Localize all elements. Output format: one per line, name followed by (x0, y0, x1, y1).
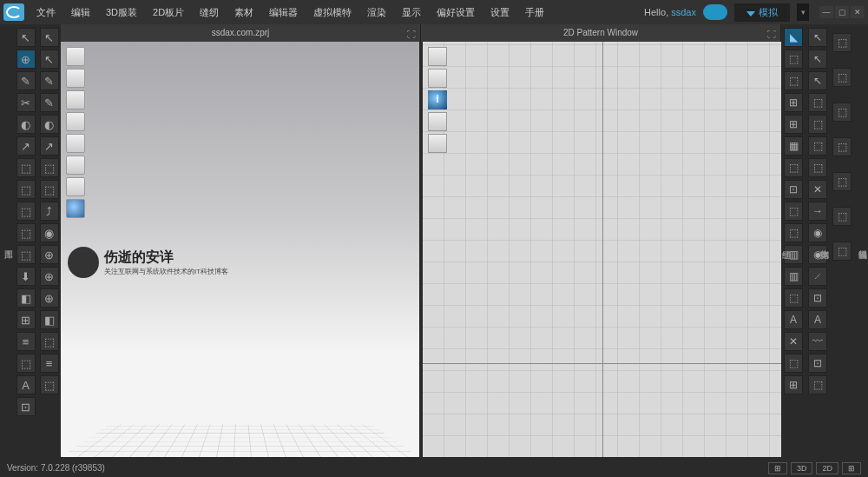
right-a-tool-4[interactable]: ⊞ (784, 115, 803, 134)
left-b-tool-9[interactable]: ◉ (40, 223, 59, 242)
left-b-tool-0[interactable]: ↖ (40, 28, 59, 47)
left-a-tool-1[interactable]: ⊕ (16, 50, 36, 69)
right-a-tool-13[interactable]: A (784, 310, 803, 329)
menu-3d-garment[interactable]: 3D服装 (99, 3, 144, 23)
maximize-2d-icon[interactable]: ⛶ (766, 26, 777, 36)
vp-head-icon[interactable] (66, 134, 85, 153)
right-a-tool-11[interactable]: ▥ (784, 267, 803, 286)
menu-edit[interactable]: 编辑 (64, 3, 97, 23)
tab-3d-window[interactable]: ssdax.com.zprj⛶ (61, 24, 421, 42)
left-b-tool-12[interactable]: ⊕ (40, 288, 59, 308)
far-right-tool-5[interactable]: ⬚ (832, 207, 852, 226)
simulate-dropdown[interactable]: ▾ (797, 3, 809, 21)
left-b-tool-2[interactable]: ✎ (40, 71, 59, 90)
status-3d-button[interactable]: 3D (791, 462, 813, 474)
vp2-shirt-icon[interactable] (428, 69, 447, 88)
window-minimize-button[interactable]: — (819, 6, 833, 18)
vp2-pointer-icon[interactable] (428, 47, 447, 66)
vp-face-icon[interactable] (66, 177, 85, 196)
left-b-tool-11[interactable]: ⊕ (40, 267, 59, 286)
left-a-tool-3[interactable]: ✂ (16, 93, 36, 112)
far-right-tool-3[interactable]: ⬚ (832, 137, 852, 156)
window-close-button[interactable]: ✕ (851, 6, 865, 18)
left-a-tool-8[interactable]: ⬚ (16, 202, 36, 221)
left-b-tool-4[interactable]: ◐ (40, 115, 59, 134)
vp-surface-icon[interactable] (66, 156, 85, 175)
right-b-tool-12[interactable]: ⊡ (808, 288, 827, 308)
right-b-tool-8[interactable]: → (808, 202, 827, 221)
menu-display[interactable]: 显示 (395, 3, 428, 23)
left-a-tool-14[interactable]: ≡ (16, 332, 36, 351)
left-b-tool-3[interactable]: ✎ (40, 93, 59, 112)
menu-sewing[interactable]: 缝纫 (193, 3, 226, 23)
right-b-tool-15[interactable]: ⊡ (808, 354, 827, 373)
right-b-tool-9[interactable]: ◉ (808, 223, 827, 242)
left-b-tool-1[interactable]: ↖ (40, 50, 59, 69)
right-a-tool-16[interactable]: ⊞ (784, 375, 803, 394)
left-b-tool-14[interactable]: ⬚ (40, 332, 59, 351)
left-b-tool-13[interactable]: ◧ (40, 310, 59, 329)
menu-avatar[interactable]: 虚拟模特 (306, 3, 358, 23)
right-b-tool-2[interactable]: ↖ (808, 71, 827, 90)
right-a-tool-15[interactable]: ⬚ (784, 354, 803, 373)
right-b-tool-5[interactable]: ⬚ (808, 136, 827, 156)
left-b-tool-8[interactable]: ⤴ (40, 202, 59, 221)
viewport-3d[interactable]: 伤逝的安详 关注互联网与系统软件技术的IT科技博客 (61, 42, 419, 457)
maximize-3d-icon[interactable]: ⛶ (406, 26, 417, 36)
vp2-info-icon[interactable]: i (428, 90, 447, 109)
right-b-tool-10[interactable]: ◉ (808, 245, 827, 264)
vp-garment-icon[interactable] (66, 90, 85, 109)
menu-preferences[interactable]: 偏好设置 (430, 3, 482, 23)
right-a-tool-7[interactable]: ⊡ (784, 180, 803, 199)
viewport-2d[interactable]: i (423, 42, 781, 457)
window-maximize-button[interactable]: ▢ (835, 6, 849, 18)
menu-render[interactable]: 渲染 (360, 3, 393, 23)
right-b-tool-7[interactable]: ✕ (808, 180, 827, 199)
far-right-tool-0[interactable]: ⬚ (832, 33, 852, 52)
vp-globe-icon[interactable] (66, 199, 85, 218)
right-b-tool-4[interactable]: ⬚ (808, 115, 827, 134)
menu-manual[interactable]: 手册 (518, 3, 551, 23)
right-a-tool-8[interactable]: ⬚ (784, 202, 803, 221)
left-b-tool-16[interactable]: ⬚ (40, 375, 59, 394)
left-a-tool-2[interactable]: ✎ (16, 71, 36, 90)
right-a-tool-2[interactable]: ⬚ (784, 71, 803, 90)
vp2-garment-icon[interactable] (428, 134, 447, 153)
right-b-tool-6[interactable]: ⬚ (808, 158, 827, 177)
vp2-panel-icon[interactable] (428, 112, 447, 131)
right-a-tool-6[interactable]: ⬚ (784, 158, 803, 177)
far-right-tool-1[interactable]: ⬚ (832, 68, 852, 87)
left-b-tool-15[interactable]: ≡ (40, 354, 59, 373)
vp-shirt-icon[interactable] (66, 69, 85, 88)
right-b-tool-14[interactable]: 〰 (808, 332, 827, 351)
right-a-tool-9[interactable]: ⬚ (784, 223, 803, 242)
right-b-tool-3[interactable]: ⬚ (808, 93, 827, 112)
left-a-tool-15[interactable]: ⬚ (16, 354, 36, 373)
left-a-tool-16[interactable]: A (16, 375, 36, 394)
right-b-tool-16[interactable]: ⬚ (808, 375, 827, 394)
status-2d-button[interactable]: 2D (816, 462, 838, 474)
far-right-tool-2[interactable]: ⬚ (832, 103, 852, 122)
left-a-tool-0[interactable]: ↖ (16, 28, 36, 47)
left-a-tool-13[interactable]: ⊞ (16, 310, 36, 329)
menu-settings[interactable]: 设置 (483, 3, 516, 23)
right-a-tool-10[interactable]: ▥ (784, 245, 803, 264)
right-b-tool-0[interactable]: ↖ (808, 28, 827, 47)
simulate-button[interactable]: 模拟 (734, 3, 790, 22)
left-a-tool-11[interactable]: ⬇ (16, 267, 36, 286)
vp-body-icon[interactable] (66, 112, 85, 131)
far-right-tool-6[interactable]: ⬚ (832, 242, 852, 261)
menu-materials[interactable]: 素材 (227, 3, 260, 23)
left-b-tool-5[interactable]: ↗ (40, 136, 59, 156)
menu-file[interactable]: 文件 (30, 3, 62, 23)
right-a-tool-5[interactable]: ▦ (784, 136, 803, 156)
far-right-tool-4[interactable]: ⬚ (832, 172, 852, 191)
menu-2d-pattern[interactable]: 2D板片 (146, 3, 191, 23)
left-b-tool-10[interactable]: ⊕ (40, 245, 59, 264)
right-a-tool-0[interactable]: ◣ (784, 28, 803, 47)
right-a-tool-3[interactable]: ⊞ (784, 93, 803, 112)
left-a-tool-4[interactable]: ◐ (16, 115, 36, 134)
left-a-tool-17[interactable]: ⊡ (16, 397, 36, 416)
right-b-tool-13[interactable]: A (808, 310, 827, 329)
status-grid-button[interactable]: ⊞ (842, 462, 861, 474)
